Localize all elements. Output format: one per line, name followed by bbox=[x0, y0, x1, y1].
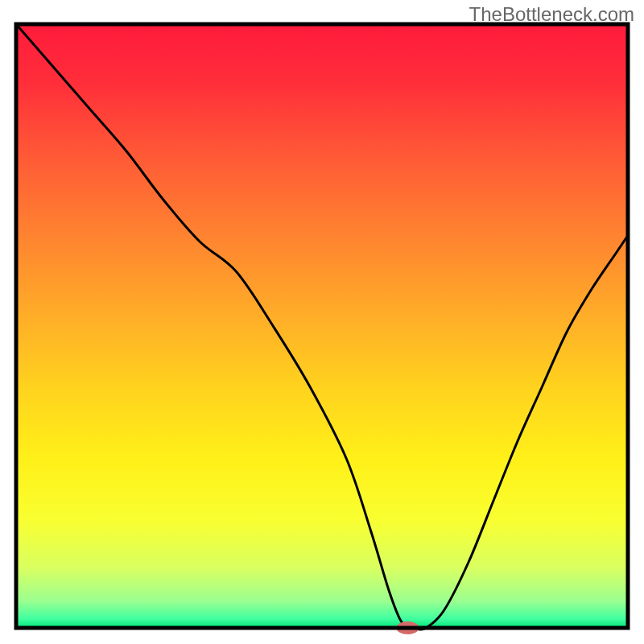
watermark-text: TheBottleneck.com bbox=[469, 3, 634, 26]
chart-background bbox=[16, 24, 628, 628]
bottleneck-chart bbox=[0, 0, 644, 644]
chart-stage: TheBottleneck.com bbox=[0, 0, 644, 644]
